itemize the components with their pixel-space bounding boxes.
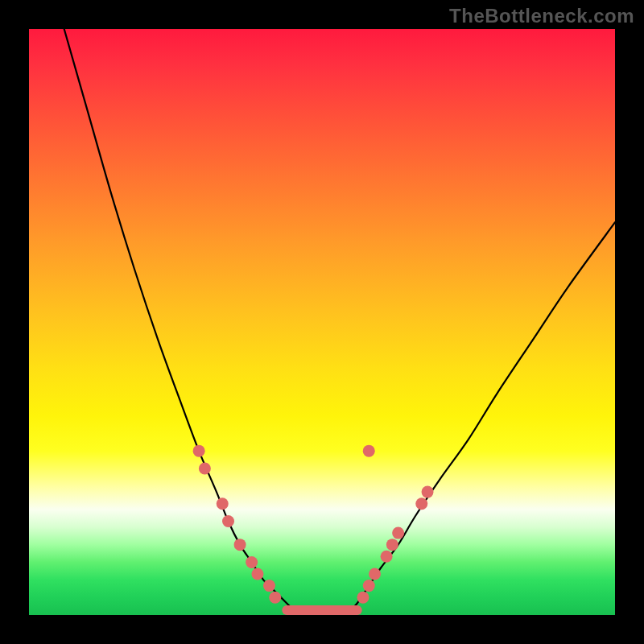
data-dot <box>193 445 205 457</box>
data-dot <box>222 515 234 527</box>
data-dot <box>363 580 375 592</box>
curves-svg <box>29 29 615 615</box>
data-dot <box>251 568 263 580</box>
watermark-text: TheBottleneck.com <box>449 5 634 27</box>
data-dot <box>199 463 211 475</box>
data-dot <box>246 556 258 568</box>
data-dot <box>234 539 246 551</box>
data-dot <box>357 592 369 604</box>
left-curve-line <box>64 29 299 615</box>
chart-frame: TheBottleneck.com <box>0 0 644 644</box>
data-dot <box>363 445 375 457</box>
plot-area <box>29 29 615 615</box>
data-dots <box>193 445 434 604</box>
data-dot <box>269 592 281 604</box>
data-dot <box>369 568 381 580</box>
data-dot <box>386 539 398 551</box>
data-dot <box>392 527 404 539</box>
data-dot <box>415 497 427 510</box>
data-dot <box>217 497 229 510</box>
data-dot <box>381 551 393 563</box>
data-dot <box>263 580 275 592</box>
data-dot <box>422 486 434 498</box>
